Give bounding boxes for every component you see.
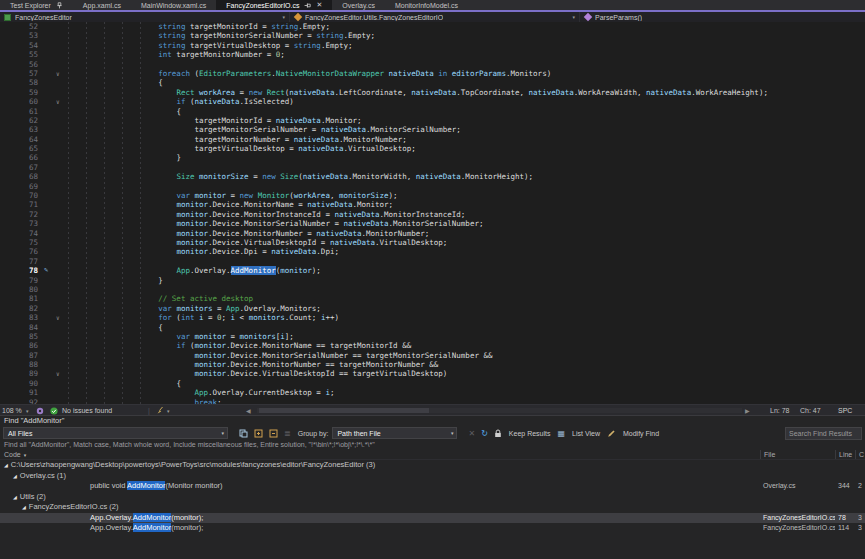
find-group-row[interactable]: ◢FancyZonesEditorIO.cs (2) bbox=[0, 502, 865, 513]
pin-icon[interactable] bbox=[56, 2, 63, 9]
horizontal-scrollbar[interactable] bbox=[257, 408, 742, 413]
modify-find-button[interactable]: Modify Find bbox=[623, 430, 659, 437]
find-result-row[interactable]: App.Overlay.AddMonitor(monitor);FancyZon… bbox=[0, 513, 865, 524]
code-line[interactable]: 68 Size monitorSize = new Size(nativeDat… bbox=[0, 172, 865, 181]
scrollbar-thumb[interactable] bbox=[259, 408, 429, 413]
fold-toggle-icon[interactable]: ∨ bbox=[56, 369, 68, 378]
column-header-line[interactable]: Line bbox=[835, 450, 855, 459]
clear-results-icon[interactable]: ✕ bbox=[468, 427, 475, 439]
code-line[interactable]: 76 monitor.Device.Dpi = nativeData.Dpi; bbox=[0, 247, 865, 256]
code-editor[interactable]: 52 string targetMonitorId = string.Empty… bbox=[0, 22, 865, 404]
type-dropdown[interactable]: FancyZonesEditor.Utils.FancyZonesEditorI… bbox=[290, 12, 580, 22]
code-line[interactable]: 55 int targetMonitorNumber = 0; bbox=[0, 50, 865, 59]
close-icon[interactable]: ✕ bbox=[316, 1, 322, 9]
code-line[interactable]: 73 monitor.Device.MonitorSerialNumber = … bbox=[0, 219, 865, 228]
tree-expand-icon[interactable]: ◢ bbox=[22, 502, 26, 513]
code-line[interactable]: 54 string targetVirtualDesktop = string.… bbox=[0, 41, 865, 50]
list-view-button[interactable]: List View bbox=[572, 430, 600, 437]
code-line[interactable]: 58 { bbox=[0, 78, 865, 87]
code-line[interactable]: 79 } bbox=[0, 276, 865, 285]
code-line[interactable]: 80 bbox=[0, 285, 865, 294]
code-line[interactable]: 72 monitor.Device.MonitorInstanceId = na… bbox=[0, 210, 865, 219]
fold-margin bbox=[56, 172, 68, 181]
fold-toggle-icon[interactable]: ∨ bbox=[56, 313, 68, 322]
column-header-file[interactable]: File bbox=[760, 450, 835, 459]
code-line[interactable]: 65 targetVirtualDesktop = nativeData.Vir… bbox=[0, 144, 865, 153]
grouping-icon[interactable]: ≣ bbox=[284, 427, 291, 439]
code-line[interactable]: 91 App.Overlay.CurrentDesktop = i; bbox=[0, 388, 865, 397]
code-line[interactable]: 77 bbox=[0, 257, 865, 266]
code-line[interactable]: 85 var monitor = monitors[i]; bbox=[0, 332, 865, 341]
tab-monitorinfomodel-cs[interactable]: MonitorInfoModel.cs bbox=[385, 0, 468, 10]
find-group-row[interactable]: ◢Utils (2) bbox=[0, 492, 865, 503]
line-number: 57 bbox=[0, 69, 44, 78]
tree-expand-icon[interactable]: ◢ bbox=[4, 460, 8, 471]
tab-fancyzoneseditorio-cs[interactable]: FancyZonesEditorIO.cs✕ bbox=[216, 0, 332, 10]
column-header-col[interactable]: C bbox=[855, 450, 865, 459]
code-line[interactable]: 59 Rect workArea = new Rect(nativeData.L… bbox=[0, 88, 865, 97]
code-line[interactable]: 56 bbox=[0, 60, 865, 69]
copy-icon[interactable] bbox=[239, 427, 248, 439]
code-line[interactable]: 61 { bbox=[0, 107, 865, 116]
code-line[interactable]: 90 { bbox=[0, 379, 865, 388]
tab-overlay-cs[interactable]: Overlay.cs bbox=[332, 0, 385, 10]
tree-expand-icon[interactable]: ◢ bbox=[13, 492, 17, 503]
code-line[interactable]: 71 monitor.Device.MonitorName = nativeDa… bbox=[0, 200, 865, 209]
group-by-select[interactable]: Path then File ▾ bbox=[332, 427, 457, 439]
find-results-search-input[interactable] bbox=[785, 427, 862, 440]
code-line[interactable]: 66 } bbox=[0, 153, 865, 162]
find-group-row[interactable]: ◢Overlay.cs (1) bbox=[0, 471, 865, 482]
project-dropdown[interactable]: FancyZonesEditor ▾ bbox=[0, 12, 290, 22]
code-line[interactable]: 84 { bbox=[0, 323, 865, 332]
keep-results-toggle[interactable]: Keep Results bbox=[509, 430, 551, 437]
tab-app-xaml-cs[interactable]: App.xaml.cs bbox=[73, 0, 131, 10]
code-line[interactable]: 78✎ App.Overlay.AddMonitor(monitor); bbox=[0, 266, 865, 275]
check-icon bbox=[50, 407, 58, 415]
refresh-icon[interactable]: ↻ bbox=[481, 427, 488, 439]
code-line[interactable]: 57∨ foreach (EditorParameters.NativeMoni… bbox=[0, 69, 865, 78]
code-line[interactable]: 81 // Set active desktop bbox=[0, 294, 865, 303]
result-line-cell bbox=[835, 492, 855, 503]
code-line[interactable]: 60∨ if (nativeData.IsSelected) bbox=[0, 97, 865, 106]
code-line[interactable]: 52 string targetMonitorId = string.Empty… bbox=[0, 22, 865, 31]
code-line[interactable]: 67 bbox=[0, 163, 865, 172]
scope-filter-select[interactable]: All Files ▾ bbox=[3, 427, 228, 439]
result-code-cell: App.Overlay.AddMonitor(monitor); bbox=[0, 513, 760, 524]
line-number: 63 bbox=[0, 125, 44, 134]
result-file-cell: Overlay.cs bbox=[760, 481, 835, 492]
code-line[interactable]: 63 targetMonitorSerialNumber = nativeDat… bbox=[0, 125, 865, 134]
tree-expand-icon[interactable]: ◢ bbox=[13, 471, 17, 482]
line-number: 73 bbox=[0, 219, 44, 228]
code-line[interactable]: 70 var monitor = new Monitor(workArea, m… bbox=[0, 191, 865, 200]
code-text: monitor.Device.MonitorSerialNumber == ta… bbox=[68, 351, 492, 360]
fold-margin bbox=[56, 50, 68, 59]
code-line[interactable]: 64 targetMonitorNumber = nativeData.Moni… bbox=[0, 135, 865, 144]
collapse-all-icon[interactable] bbox=[269, 427, 278, 439]
code-line[interactable]: 88 monitor.Device.MonitorNumber == targe… bbox=[0, 360, 865, 369]
find-result-row[interactable]: App.Overlay.AddMonitor(monitor);FancyZon… bbox=[0, 523, 865, 534]
code-line[interactable]: 53 string targetMonitorSerialNumber = st… bbox=[0, 31, 865, 40]
code-line[interactable]: 74 monitor.Device.MonitorNumber = native… bbox=[0, 229, 865, 238]
code-line[interactable]: 87 monitor.Device.MonitorSerialNumber ==… bbox=[0, 351, 865, 360]
member-dropdown[interactable]: ParseParams() bbox=[580, 12, 865, 22]
tab-test-explorer[interactable]: Test Explorer bbox=[0, 0, 73, 10]
code-line[interactable]: 69 bbox=[0, 182, 865, 191]
fold-toggle-icon[interactable]: ∨ bbox=[56, 69, 68, 78]
code-line[interactable]: 83∨ for (int i = 0; i < monitors.Count; … bbox=[0, 313, 865, 322]
code-line[interactable]: 89∨ monitor.Device.VirtualDesktopId == t… bbox=[0, 369, 865, 378]
code-text: App.Overlay.CurrentDesktop = i; bbox=[68, 388, 334, 397]
code-line[interactable]: 62 targetMonitorId = nativeData.Monitor; bbox=[0, 116, 865, 125]
preview-pin-icon[interactable] bbox=[304, 2, 311, 9]
lock-icon[interactable] bbox=[494, 427, 502, 439]
column-header-code[interactable]: Code ▾ bbox=[0, 450, 760, 459]
code-line[interactable]: 86 if (monitor.Device.MonitorName == tar… bbox=[0, 341, 865, 350]
code-line[interactable]: 75 monitor.Device.VirtualDesktopId = nat… bbox=[0, 238, 865, 247]
line-number: 71 bbox=[0, 200, 44, 209]
fold-toggle-icon[interactable]: ∨ bbox=[56, 97, 68, 106]
expand-all-icon[interactable] bbox=[254, 427, 263, 439]
tab-mainwindow-xaml-cs[interactable]: MainWindow.xaml.cs bbox=[131, 0, 216, 10]
find-result-row[interactable]: public void AddMonitor(Monitor monitor)O… bbox=[0, 481, 865, 492]
code-line[interactable]: 82 var monitors = App.Overlay.Monitors; bbox=[0, 304, 865, 313]
find-group-row[interactable]: ◢C:\Users\zhaopengwang\Desktop\powertoys… bbox=[0, 460, 865, 471]
glyph-margin bbox=[44, 69, 56, 78]
